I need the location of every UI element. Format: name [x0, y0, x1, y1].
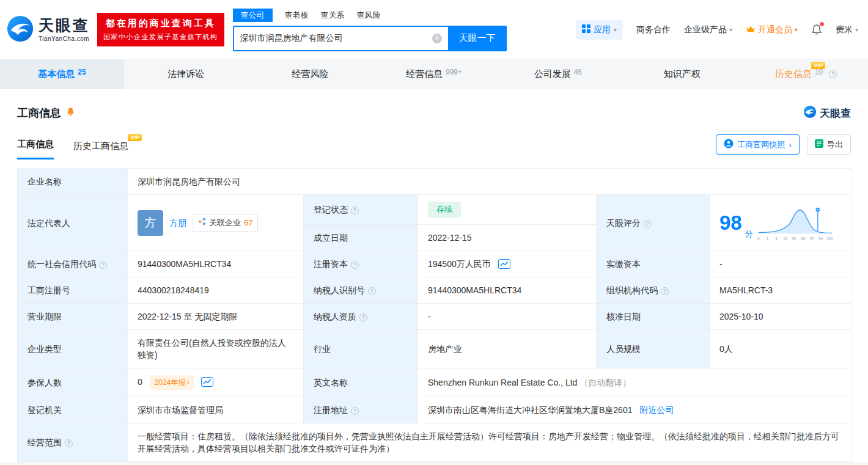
tab-intellectual-property[interactable]: 知识产权: [620, 59, 744, 89]
search-tab-relation[interactable]: 查关系: [321, 10, 345, 21]
svg-text:99: 99: [818, 236, 823, 241]
value-taxpayer-id: 91440300MA5HLRCT34: [418, 277, 597, 304]
table-row: 企业名称 深圳市润昆房地产有限公司: [18, 169, 851, 195]
value-business-scope: 一般经营项目：住房租赁。（除依法须经批准的项目外，凭营业执照依法自主开展经营活动…: [128, 423, 851, 462]
search-input[interactable]: [233, 26, 448, 51]
table-row: 统一社会信用代码? 91440300MA5HLRCT34 注册资本? 19450…: [18, 251, 851, 277]
tab-basic-info[interactable]: 基本信息 25: [0, 59, 124, 89]
chevron-right-icon: ›: [789, 140, 792, 150]
annual-report-tag[interactable]: 2024年报 ›: [150, 375, 194, 390]
svg-text:0: 0: [757, 236, 760, 241]
announcement-bell-icon[interactable]: [66, 107, 75, 119]
help-icon[interactable]: ?: [351, 207, 359, 214]
help-icon[interactable]: ?: [351, 407, 359, 415]
nearby-companies-link[interactable]: 附近公司: [639, 405, 674, 415]
label-registered-address: 注册地址?: [304, 397, 418, 423]
chevron-down-icon: ▾: [855, 26, 858, 33]
value-taxpayer-qualification: -: [418, 304, 597, 330]
help-icon[interactable]: ?: [99, 261, 107, 269]
tab-company-development[interactable]: 公司发展 46: [496, 59, 620, 89]
search-tab-boss[interactable]: 查老板: [285, 10, 309, 21]
label-registration-number: 工商注册号: [18, 277, 128, 304]
nav-user-menu[interactable]: 费米 ▾: [836, 24, 858, 35]
top-right-nav: 应用 ▾ 商务合作 企业级产品 ▾ 开通会员 ▾ 费米 ▾: [576, 20, 858, 40]
help-icon[interactable]: ?: [661, 287, 669, 295]
crown-icon: [746, 25, 756, 35]
svg-text:65: 65: [801, 236, 806, 241]
score-distribution-chart: 0 1 3 16 50 65 97 99 100: [756, 203, 834, 243]
value-paid-capital: -: [710, 251, 851, 277]
official-snapshot-button[interactable]: 工商官网快照 ›: [716, 134, 800, 155]
status-badge: 存续: [428, 202, 461, 218]
label-staff-size: 人员规模: [597, 330, 710, 368]
vip-badge: VIP: [128, 134, 142, 141]
nav-enterprise-products[interactable]: 企业级产品 ▾: [684, 24, 732, 35]
table-row: 经营范围? 一般经营项目：住房租赁。（除依法须经批准的项目外，凭营业执照依法自主…: [18, 423, 851, 462]
value-registered-capital: 194500万人民币: [418, 251, 597, 277]
trend-chart-icon[interactable]: [201, 377, 213, 387]
page-bottom-strip: [0, 462, 868, 465]
clear-search-icon[interactable]: ×: [432, 34, 442, 43]
slogan-line2: 国家中小企业发展子基金旗下机构: [103, 32, 218, 42]
svg-text:1: 1: [766, 236, 768, 241]
value-staff-size: 0人: [710, 330, 851, 368]
value-insured-count: 0 2024年报 ›: [128, 368, 304, 397]
tab-count: 10: [815, 68, 823, 76]
trend-chart-icon[interactable]: [498, 259, 510, 269]
help-icon[interactable]: ?: [829, 70, 837, 78]
related-companies-tag[interactable]: 关联企业 67: [193, 214, 258, 232]
label-legal-representative: 法定代表人: [18, 195, 128, 251]
score-unit: 分: [745, 228, 753, 240]
label-registered-capital: 注册资本?: [304, 251, 418, 277]
help-icon[interactable]: ?: [351, 261, 359, 269]
tianyancha-logo[interactable]: 天眼查 TianYanCha.com: [6, 15, 90, 45]
help-icon[interactable]: ?: [368, 287, 376, 295]
app-menu-button[interactable]: 应用 ▾: [576, 20, 623, 40]
value-organization-code: MA5HLRCT-3: [710, 277, 851, 304]
value-credit-code: 91440300MA5HLRCT34: [128, 251, 304, 277]
tab-operating-info[interactable]: 经营信息 999+: [372, 59, 496, 89]
label-business-term: 营业期限: [18, 304, 128, 330]
score-widget: 98 分 0 1 3 16 50 65: [719, 203, 841, 243]
tab-operating-risk[interactable]: 经营风险: [248, 59, 372, 89]
svg-text:97: 97: [809, 236, 814, 241]
nav-upgrade-vip[interactable]: 开通会员 ▾: [746, 24, 798, 35]
label-registration-status: 登记状态?: [304, 195, 418, 225]
help-icon[interactable]: ?: [65, 439, 73, 447]
help-icon[interactable]: ?: [644, 220, 652, 228]
table-row: 营业期限 2022-12-15 至 无固定期限 纳税人资质? - 核准日期 20…: [18, 304, 851, 330]
app-menu-label: 应用: [594, 24, 611, 35]
value-registered-address: 深圳市南山区粤海街道大冲社区华润置地大厦B座2601 附近公司: [418, 397, 851, 423]
auto-translate-note: （自动翻译）: [579, 378, 631, 387]
search-tabs: 查公司 查老板 查关系 查风险: [233, 9, 507, 22]
value-tyc-score: 98 分 0 1 3 16 50 65: [710, 195, 851, 251]
legal-rep-avatar[interactable]: 方: [138, 210, 163, 236]
search-button[interactable]: 天眼一下: [448, 26, 507, 51]
tab-count: 46: [574, 68, 582, 76]
notification-bell-icon[interactable]: [811, 24, 822, 35]
notification-dot: [820, 22, 824, 26]
value-registration-number: 440300218248419: [128, 277, 304, 304]
tab-count: 25: [78, 68, 86, 76]
watermark-logo: 天眼查: [803, 105, 851, 121]
svg-text:50: 50: [792, 236, 796, 241]
label-registration-authority: 登记机关: [18, 397, 128, 423]
help-icon[interactable]: ?: [359, 313, 367, 321]
company-page-tabs: 基本信息 25 法律诉讼 经营风险 经营信息 999+ 公司发展 46 知识产权…: [0, 59, 868, 89]
subtab-history-business-info[interactable]: VIP 历史工商信息: [73, 141, 128, 159]
value-company-name: 深圳市润昆房地产有限公司: [128, 169, 851, 195]
table-row: 参保人数 0 2024年报 › 英文名称 Shenzhen: [18, 368, 851, 397]
chevron-right-icon: ›: [186, 376, 189, 389]
subtab-business-info[interactable]: 工商信息: [17, 139, 54, 159]
value-legal-representative: 方 方朋 关联企业 67: [128, 195, 304, 251]
export-button[interactable]: 导出: [807, 134, 851, 155]
legal-rep-name-link[interactable]: 方朋: [169, 217, 186, 229]
tab-count: 999+: [446, 68, 462, 76]
value-industry: 房地产业: [418, 330, 597, 368]
search-tab-risk[interactable]: 查风险: [357, 10, 381, 21]
nav-business-cooperation[interactable]: 商务合作: [636, 24, 671, 35]
tab-history-info[interactable]: VIP 历史信息 10 ?: [744, 59, 868, 89]
tab-legal-proceedings[interactable]: 法律诉讼: [124, 59, 248, 89]
label-tyc-score: 天眼评分?: [597, 195, 710, 251]
search-tab-company[interactable]: 查公司: [233, 9, 273, 22]
